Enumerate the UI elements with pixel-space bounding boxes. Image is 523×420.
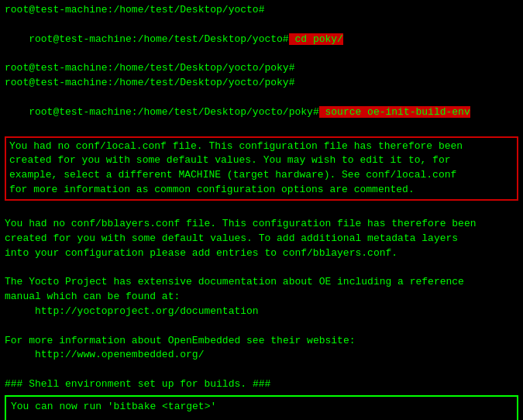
terminal-line-2: root@test-machine:/home/test/Desktop/yoc… [5,18,518,62]
prompt-text-2: root@test-machine:/home/test/Desktop/yoc… [29,106,318,118]
reference-text: reference [410,276,464,287]
terminal-line-3: root@test-machine:/home/test/Desktop/yoc… [5,61,518,76]
yocto-doc-url: http://yoctoproject.org/documentation [5,305,518,319]
bblayers-line-1: You had no conf/bblayers.conf file. This… [5,217,518,232]
prompt-text: root@test-machine:/home/test/Desktop/yoc… [29,33,288,45]
blank-3 [5,319,518,334]
bblayers-line-2: created for you with some default values… [5,232,518,246]
terminal-line-1: root@test-machine:/home/test/Desktop/yoc… [5,3,518,18]
terminal-line-4: root@test-machine:/home/test/Desktop/yoc… [5,76,518,91]
cmd-cd-poky: cd poky/ [289,33,343,45]
yocto-doc-line-2: manual which can be found at: [5,290,518,305]
terminal-line-5: root@test-machine:/home/test/Desktop/yoc… [5,91,518,135]
terminal-window: root@test-machine:/home/test/Desktop/yoc… [5,3,518,420]
shell-text: Shell [29,378,59,390]
bblayers-line-3: into your configuration please add entri… [5,246,518,261]
bitbake-info-block: You can now run 'bitbake <target>' Commo… [5,395,518,420]
blank-4 [5,363,518,377]
blank-2 [5,260,518,275]
local-conf-message: You had no conf/local.conf file. This co… [5,136,518,201]
blank-1 [5,202,518,217]
oe-info-url: http://www.openembedded.org/ [5,348,518,363]
cmd-source: source oe-init-build-env [319,106,470,118]
information-text-1: information [59,335,126,346]
shell-env-heading: ### Shell environment set up for builds.… [5,377,518,392]
oe-info-line-1: For more information about OpenEmbedded … [5,334,518,349]
yocto-doc-line-1: The Yocto Project has extensive document… [5,275,518,290]
